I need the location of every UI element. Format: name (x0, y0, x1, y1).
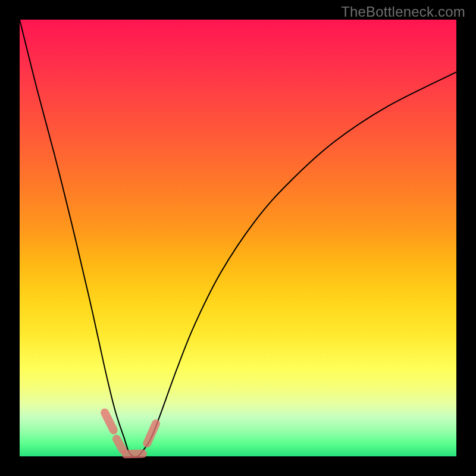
chart-svg (20, 20, 456, 456)
chart-frame: TheBottleneck.com (0, 0, 476, 476)
highlight-band-segment (117, 439, 123, 450)
bottleneck-curve (20, 20, 456, 457)
highlight-band-segment (126, 454, 143, 455)
highlight-band-segment (105, 413, 114, 430)
highlight-band-segment (147, 424, 156, 443)
watermark-label: TheBottleneck.com (341, 4, 465, 20)
highlight-band-group (105, 413, 156, 455)
